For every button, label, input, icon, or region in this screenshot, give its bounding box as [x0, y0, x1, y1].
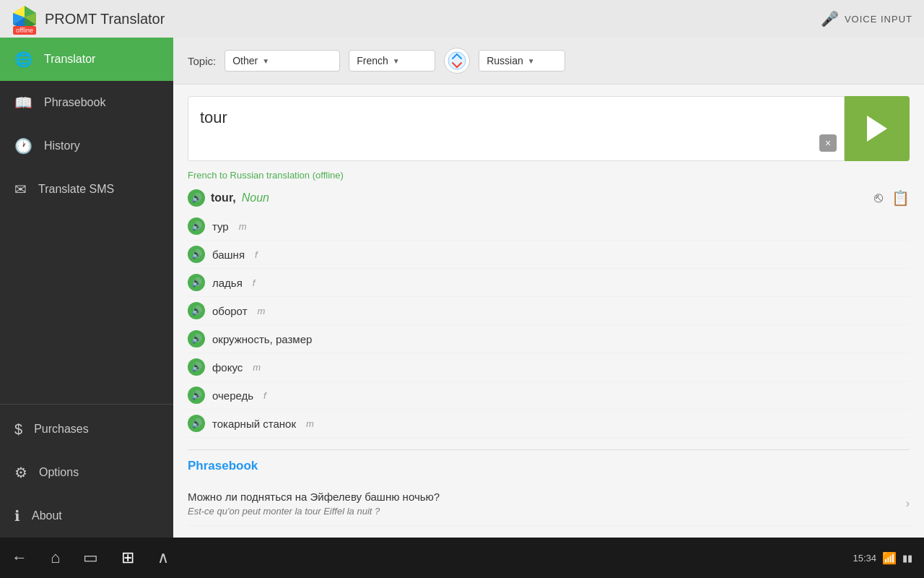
sidebar-item-translator[interactable]: 🌐 Translator [0, 38, 173, 81]
source-lang-arrow: ▼ [393, 57, 400, 65]
nav-grid-button[interactable]: ⊞ [110, 543, 146, 573]
status-time: 15:34 [853, 553, 876, 564]
source-lang-value: French [357, 55, 388, 66]
topic-dropdown[interactable]: Other ▼ [225, 50, 340, 72]
sidebar-item-about[interactable]: ℹ About [0, 494, 173, 538]
speak-item-button[interactable]: 🔊 [188, 302, 205, 319]
speak-item-button[interactable]: 🔊 [188, 358, 205, 376]
wifi-icon: 📶 [882, 551, 897, 565]
main-layout: 🌐 Translator 📖 Phrasebook 🕐 History ✉ Tr… [0, 38, 924, 538]
target-lang-dropdown[interactable]: Russian ▼ [479, 50, 565, 72]
nav-up-button[interactable]: ∧ [146, 543, 180, 573]
clear-icon: × [825, 137, 831, 149]
app-title: PROMT Translator [45, 11, 165, 27]
swap-icon [448, 51, 466, 70]
content-area: Topic: Other ▼ French ▼ Russian ▼ [173, 38, 924, 538]
sidebar-item-options[interactable]: ⚙ Options [0, 451, 173, 494]
translation-word: окружность, размер [212, 333, 312, 345]
voice-input-label: VOICE INPUT [845, 14, 912, 25]
nav-back-button[interactable]: ← [0, 543, 39, 573]
sidebar-item-options-label: Options [39, 466, 79, 479]
topic-dropdown-arrow: ▼ [262, 57, 269, 65]
app-logo: offline [12, 4, 38, 33]
translation-gender: f [253, 277, 256, 288]
speak-item-button[interactable]: 🔊 [188, 274, 205, 291]
nav-home-button[interactable]: ⌂ [39, 543, 71, 573]
translation-gender: m [239, 221, 247, 232]
topic-value: Other [232, 55, 258, 66]
speaker-item-icon: 🔊 [191, 334, 202, 344]
bottom-nav: ← ⌂ ▭ ⊞ ∧ 15:34 📶 ▮▮ [0, 538, 924, 578]
sidebar-item-phrasebook[interactable]: 📖 Phrasebook [0, 81, 173, 124]
translation-info: French to Russian translation (offline) [188, 170, 910, 181]
speak-item-button[interactable]: 🔊 [188, 217, 205, 235]
sidebar-item-history-label: History [44, 139, 80, 152]
translation-item: 🔊 фокус m [188, 353, 910, 381]
phrase-item[interactable]: У вас можно заказать экскурсию в…? Puis-… [188, 526, 910, 538]
share-button[interactable]: ⎋ [874, 189, 883, 207]
speak-item-button[interactable]: 🔊 [188, 415, 205, 432]
back-icon: ← [12, 548, 27, 567]
top-bar: offline PROMT Translator 🎤 VOICE INPUT [0, 0, 924, 38]
speaker-item-icon: 🔊 [191, 390, 202, 400]
clear-button[interactable]: × [819, 134, 837, 152]
source-lang-dropdown[interactable]: French ▼ [349, 50, 435, 72]
translation-gender: f [255, 249, 258, 260]
speaker-item-icon: 🔊 [191, 418, 202, 428]
translator-icon: 🌐 [14, 51, 32, 68]
translation-word: тур [212, 220, 229, 233]
speaker-item-icon: 🔊 [191, 362, 202, 372]
input-text-value: tour [200, 108, 227, 126]
source-text-input[interactable]: tour × [188, 96, 845, 161]
phrase-list: Можно ли подняться на Эйфелеву башню ноч… [188, 482, 910, 538]
voice-input-button[interactable]: 🎤 VOICE INPUT [821, 10, 912, 27]
translation-gender: m [306, 418, 314, 429]
recents-icon: ▭ [83, 548, 98, 567]
topic-bar: Topic: Other ▼ French ▼ Russian ▼ [173, 38, 924, 85]
swap-languages-button[interactable] [444, 48, 470, 74]
translation-word: башня [212, 249, 245, 261]
options-icon: ⚙ [14, 464, 27, 481]
play-translation-button[interactable] [845, 96, 910, 161]
result-word: tour, [211, 191, 236, 204]
translation-item: 🔊 очередь f [188, 381, 910, 410]
purchases-icon: $ [14, 421, 22, 438]
phrase-content: Можно ли подняться на Эйфелеву башню ноч… [188, 491, 906, 517]
result-title: 🔊 tour, Noun [188, 189, 269, 207]
input-row: tour × [188, 96, 910, 161]
speak-item-button[interactable]: 🔊 [188, 246, 205, 263]
target-lang-value: Russian [487, 55, 523, 66]
sidebar-divider [0, 404, 173, 405]
phrase-main-text: Можно ли подняться на Эйфелеву башню ноч… [188, 491, 906, 503]
sidebar-item-purchases[interactable]: $ Purchases [0, 407, 173, 451]
translation-item: 🔊 оборот m [188, 297, 910, 325]
sidebar-item-purchases-label: Purchases [34, 423, 89, 436]
translation-item: 🔊 ладья f [188, 269, 910, 297]
offline-badge: offline [13, 26, 36, 35]
sidebar-item-phrasebook-label: Phrasebook [44, 96, 105, 109]
sidebar-item-translate-sms[interactable]: ✉ Translate SMS [0, 168, 173, 211]
speak-item-button[interactable]: 🔊 [188, 330, 205, 348]
copy-button[interactable]: 📋 [892, 189, 910, 207]
result-header: 🔊 tour, Noun ⎋ 📋 [188, 189, 910, 207]
sidebar-item-history[interactable]: 🕐 History [0, 124, 173, 168]
translation-item: 🔊 токарный станок m [188, 410, 910, 438]
signal-icon: ▮▮ [902, 553, 912, 564]
up-icon: ∧ [157, 548, 169, 567]
sidebar: 🌐 Translator 📖 Phrasebook 🕐 History ✉ Tr… [0, 38, 173, 538]
speaker-item-icon: 🔊 [191, 221, 202, 231]
result-pos: Noun [242, 191, 269, 204]
translation-item: 🔊 башня f [188, 241, 910, 269]
phrasebook-title: Phrasebook [188, 459, 910, 473]
grid-icon: ⊞ [121, 548, 134, 567]
sms-icon: ✉ [14, 181, 27, 198]
phrase-item[interactable]: Можно ли подняться на Эйфелеву башню ноч… [188, 482, 910, 526]
phrase-arrow-icon: › [906, 497, 910, 510]
speak-item-button[interactable]: 🔊 [188, 387, 205, 404]
speaker-icon: 🔊 [191, 193, 202, 203]
result-speak-button[interactable]: 🔊 [188, 189, 205, 207]
nav-recents-button[interactable]: ▭ [71, 543, 110, 573]
sidebar-item-about-label: About [32, 509, 62, 522]
play-icon [867, 116, 887, 142]
sidebar-item-sms-label: Translate SMS [38, 183, 114, 196]
